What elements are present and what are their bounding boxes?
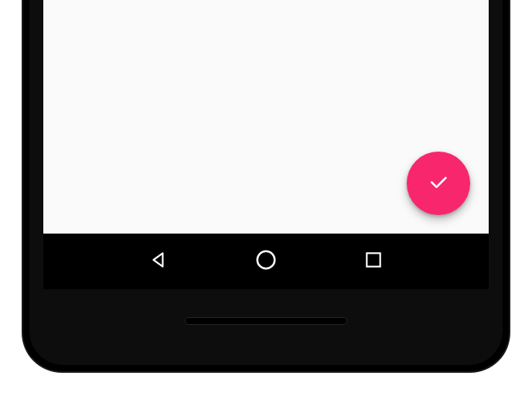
fab-confirm-button[interactable] [407, 152, 470, 215]
phone-frame-inner [29, 0, 503, 365]
home-circle-icon [254, 248, 278, 275]
svg-point-0 [257, 251, 275, 269]
back-triangle-icon [148, 250, 169, 273]
phone-frame [23, 0, 509, 371]
check-icon [427, 170, 450, 196]
svg-rect-1 [367, 253, 380, 266]
android-nav-bar [43, 234, 489, 289]
app-content-area [43, 0, 489, 234]
recent-square-icon [363, 250, 384, 273]
nav-back-button[interactable] [135, 238, 182, 285]
nav-home-button[interactable] [243, 238, 289, 285]
phone-screen [43, 0, 489, 289]
nav-recent-button[interactable] [350, 238, 397, 285]
phone-speaker-slot [185, 317, 347, 325]
